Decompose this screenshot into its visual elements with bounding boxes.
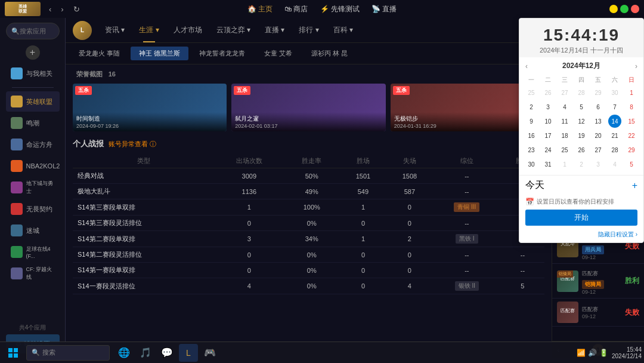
nav-talent[interactable]: 人才市场 (168, 23, 208, 38)
nav-live[interactable]: 直播 ▾ (259, 23, 290, 38)
sidebar-item-ark[interactable]: 命运方舟 (6, 134, 60, 155)
nav-back-button[interactable]: ‹ (45, 4, 55, 15)
cal-day[interactable]: 26 (541, 86, 555, 99)
cal-day[interactable]: 2 (575, 158, 588, 171)
network-icon[interactable]: 📶 (577, 349, 586, 357)
cal-day[interactable]: 20 (592, 129, 605, 142)
sidebar-item-cf[interactable]: CF: 穿越火线 (6, 263, 60, 284)
history-item-8[interactable]: 匹配赛 匹配赛 09-12 失败 (552, 299, 644, 327)
tab-3[interactable]: 神龙誓者龙龙青 (191, 47, 253, 60)
highlight-card-2[interactable]: 五杀 弑月之邃 2024-02-01 03:17 (231, 84, 385, 131)
sidebar-item-football[interactable]: 足球在线4 (F... (6, 242, 60, 262)
cal-day[interactable]: 30 (608, 86, 621, 99)
cal-day[interactable]: 28 (608, 143, 621, 156)
volume-icon[interactable]: 🔊 (588, 349, 597, 357)
close-button[interactable] (631, 5, 639, 13)
cal-next-button[interactable]: › (635, 62, 637, 70)
cal-day[interactable]: 24 (541, 143, 555, 156)
highlight-card-1[interactable]: 五杀 时间制造 2024-09-07 19:26 (73, 84, 227, 131)
taskbar-apps: 🌐 🎵 💬 L 🎮 (114, 344, 219, 362)
cal-day[interactable]: 8 (625, 100, 638, 113)
search-input[interactable] (20, 27, 54, 35)
cal-day[interactable]: 19 (575, 129, 588, 142)
cal-day[interactable]: 15 (625, 115, 638, 128)
cal-day[interactable]: 3 (592, 158, 605, 171)
cal-day[interactable]: 30 (525, 158, 538, 171)
hide-schedule-button[interactable]: 隐藏日程设置 › (519, 230, 643, 242)
taskbar-app-browser[interactable]: 🌐 (114, 344, 134, 362)
cal-day[interactable]: 25 (558, 143, 571, 156)
cal-day[interactable]: 28 (575, 86, 588, 99)
cal-day[interactable]: 27 (558, 86, 571, 99)
nav-wiki[interactable]: 百科 ▾ (327, 23, 359, 38)
cal-day[interactable]: 17 (541, 129, 555, 142)
cal-day[interactable]: 10 (541, 115, 555, 128)
cal-day[interactable]: 21 (608, 129, 621, 142)
cal-day[interactable]: 18 (558, 129, 571, 142)
cal-day[interactable]: 7 (608, 100, 621, 113)
sidebar-item-related[interactable]: 与我相关 (6, 63, 60, 84)
add-app-button[interactable]: + (26, 45, 40, 60)
taskbar-app-lol[interactable]: L (179, 344, 198, 362)
cal-day[interactable]: 25 (525, 86, 538, 99)
tab-2[interactable]: 神王 德黑兰斯 (131, 47, 188, 60)
title-center-live[interactable]: 📡 直播 (371, 4, 397, 14)
cal-day[interactable]: 29 (592, 86, 605, 99)
title-center-shop[interactable]: 🛍 商店 (284, 4, 308, 14)
wuthering-icon (11, 117, 23, 129)
tab-1[interactable]: 爱龙趣火 事随 (70, 47, 128, 60)
taskbar-clock[interactable]: 15:44 2024/12/14 (612, 346, 642, 359)
sidebar-item-nba[interactable]: NBA2KOL2 (6, 156, 60, 176)
cal-day[interactable]: 1 (625, 86, 638, 99)
taskbar-app-music[interactable]: 🎵 (136, 344, 155, 362)
tab-4[interactable]: 女童 艾希 (256, 47, 301, 60)
add-event-button[interactable]: + (632, 180, 637, 191)
sidebar-item-city[interactable]: 迷城 (6, 220, 60, 241)
cal-day[interactable]: 2 (525, 100, 538, 113)
cal-day[interactable]: 16 (525, 129, 538, 142)
cal-day[interactable]: 22 (625, 129, 638, 142)
cal-day[interactable]: 4 (558, 100, 571, 113)
cal-day[interactable]: 23 (525, 143, 538, 156)
title-center-home[interactable]: 🏠 主页 (247, 4, 273, 14)
tab-5[interactable]: 源衫丙 林 昆 (303, 47, 356, 60)
minimize-button[interactable] (609, 5, 618, 13)
cal-day[interactable]: 9 (525, 115, 538, 128)
nav-forward-button[interactable]: › (57, 4, 67, 15)
cal-day[interactable]: 5 (625, 158, 638, 171)
nav-ranking[interactable]: 排行 ▾ (293, 23, 324, 38)
history-item-7[interactable]: 匹配赛 铠骑局 匹配赛 铠骑局 09-12 胜利 (552, 264, 644, 299)
cal-day[interactable]: 27 (592, 143, 605, 156)
cal-day[interactable]: 29 (625, 143, 638, 156)
cal-prev-button[interactable]: ‹ (525, 62, 528, 70)
nav-news[interactable]: 资讯 ▾ (99, 23, 131, 38)
cal-day[interactable]: 1 (558, 158, 571, 171)
cal-day[interactable]: 13 (592, 115, 605, 128)
start-button[interactable] (2, 344, 24, 362)
cal-today[interactable]: 14 (608, 115, 621, 128)
cal-day[interactable]: 6 (592, 100, 605, 113)
sidebar-item-valorant[interactable]: 无畏契约 (6, 199, 60, 219)
nav-tft[interactable]: 云顶之弈 ▾ (210, 23, 256, 38)
cal-day[interactable]: 11 (558, 115, 571, 128)
cal-day[interactable]: 4 (608, 158, 621, 171)
title-center-test[interactable]: ⚡ 先锋测试 (320, 4, 360, 14)
taskbar-app-game[interactable]: 🎮 (200, 344, 219, 362)
sidebar-item-wuthering[interactable]: 鸣潮 (6, 113, 60, 133)
cal-day[interactable]: 26 (575, 143, 588, 156)
nav-refresh-button[interactable]: ↻ (70, 4, 83, 15)
open-calendar-button[interactable]: 开始 (525, 210, 637, 226)
nav-career[interactable]: 生涯 ▾ (133, 23, 165, 38)
cal-day[interactable]: 31 (541, 158, 555, 171)
maximize-button[interactable] (620, 5, 628, 13)
taskbar-app-chat[interactable]: 💬 (157, 344, 177, 362)
battery-icon[interactable]: 🔋 (599, 349, 608, 357)
sidebar-item-lol[interactable]: 英雄联盟 (6, 91, 60, 112)
taskbar-search[interactable]: 🔍 搜索 (26, 345, 110, 361)
cal-day[interactable]: 3 (541, 100, 555, 113)
sidebar-search[interactable]: 🔍 (6, 23, 60, 39)
cal-day[interactable]: 5 (575, 100, 588, 113)
cal-day[interactable]: 12 (575, 115, 588, 128)
stats-warning[interactable]: 账号异常查看 ⓘ (109, 140, 156, 149)
sidebar-item-dnf[interactable]: 地下城与勇士 (6, 177, 60, 198)
